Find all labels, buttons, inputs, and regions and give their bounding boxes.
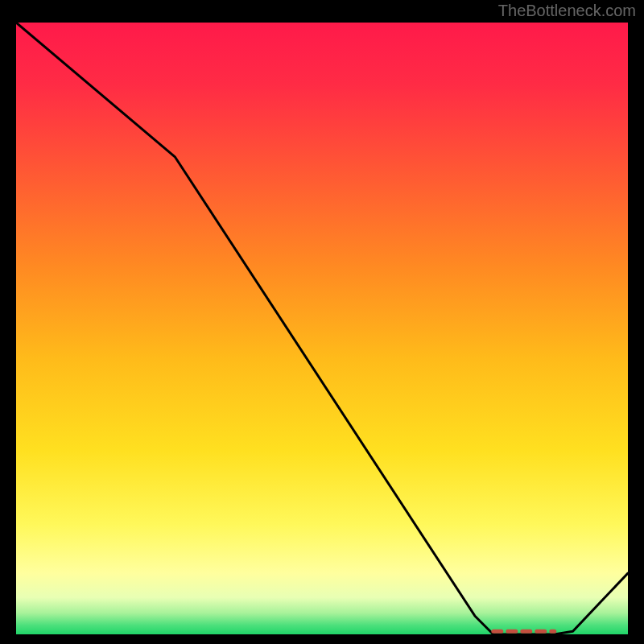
attribution-text: TheBottleneck.com	[498, 2, 636, 20]
chart-svg	[16, 23, 628, 634]
gradient-background	[16, 23, 628, 634]
chart-container: TheBottleneck.com	[0, 0, 644, 644]
plot-area	[16, 23, 628, 634]
